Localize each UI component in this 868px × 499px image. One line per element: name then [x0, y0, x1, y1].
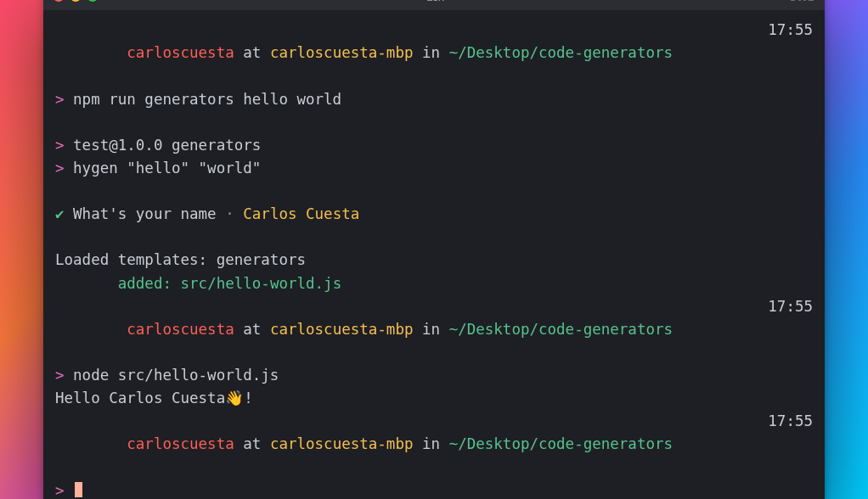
indent	[55, 275, 118, 292]
terminal-window: -zsh ⌥⌘2 carloscuesta at carloscuesta-mb…	[43, 0, 825, 499]
window-shortcut: ⌥⌘2	[783, 0, 814, 3]
added-file: src/hello-world.js	[172, 275, 341, 292]
output-line: Hello Carlos Cuesta👋!	[55, 387, 813, 410]
added-label: added:	[118, 275, 172, 292]
titlebar[interactable]: -zsh ⌥⌘2	[43, 0, 825, 10]
prompt-path: ~/Desktop/code-generators	[449, 321, 673, 338]
prompt-line: carloscuesta at carloscuesta-mbp in ~/De…	[55, 295, 813, 364]
command-line: >	[55, 479, 813, 499]
prompt-symbol: >	[55, 91, 65, 108]
hello-text: Hello Carlos Cuesta👋!	[55, 390, 253, 406]
separator: ·	[225, 205, 234, 222]
window-title: -zsh	[424, 0, 445, 3]
output-text: test@1.0.0 generators	[65, 137, 262, 154]
blank-line	[55, 226, 813, 249]
prompt-user: carloscuesta	[127, 321, 234, 338]
prompt-time: 17:55	[768, 19, 813, 42]
prompt-path: ~/Desktop/code-generators	[449, 44, 673, 61]
output-line: > test@1.0.0 generators	[55, 134, 813, 157]
command-line: > node src/hello-world.js	[55, 364, 813, 387]
command-text: node src/hello-world.js	[65, 367, 279, 384]
check-icon: ✔	[55, 205, 65, 222]
command-line: > npm run generators hello world	[55, 88, 813, 111]
question-line: ✔ What's your name · Carlos Cuesta	[55, 203, 813, 226]
added-line: added: src/hello-world.js	[55, 272, 813, 295]
prompt-host: carloscuesta-mbp	[270, 321, 414, 338]
prompt-symbol: >	[55, 160, 65, 177]
prompt-path: ~/Desktop/code-generators	[449, 435, 673, 452]
prompt-line: carloscuesta at carloscuesta-mbp in ~/De…	[55, 410, 813, 479]
prompt-in: in	[413, 44, 448, 61]
prompt-symbol: >	[55, 482, 65, 499]
prompt-symbol: >	[55, 137, 65, 154]
output-line: > hygen "hello" "world"	[55, 157, 813, 180]
minimize-icon[interactable]	[70, 0, 81, 2]
prompt-host: carloscuesta-mbp	[270, 435, 414, 452]
terminal-body[interactable]: carloscuesta at carloscuesta-mbp in ~/De…	[43, 10, 825, 499]
answer-text: Carlos Cuesta	[234, 205, 360, 222]
prompt-time: 17:55	[768, 295, 813, 318]
blank-line	[55, 111, 813, 134]
prompt-at: at	[234, 321, 270, 338]
output-line: Loaded templates: generators	[55, 249, 813, 272]
prompt-in: in	[413, 435, 448, 452]
prompt-user: carloscuesta	[127, 44, 234, 61]
question-text: What's your name	[65, 205, 226, 222]
close-icon[interactable]	[54, 0, 64, 2]
prompt-at: at	[234, 44, 270, 61]
command-text	[65, 482, 74, 499]
blank-line	[55, 180, 813, 203]
output-text: hygen "hello" "world"	[65, 160, 262, 177]
prompt-time: 17:55	[768, 410, 813, 433]
prompt-line: carloscuesta at carloscuesta-mbp in ~/De…	[55, 19, 813, 87]
prompt-at: at	[234, 435, 270, 452]
prompt-host: carloscuesta-mbp	[270, 44, 414, 61]
prompt-symbol: >	[55, 367, 65, 384]
traffic-lights	[54, 0, 98, 2]
prompt-in: in	[413, 321, 448, 338]
loaded-text: Loaded templates: generators	[55, 251, 306, 268]
command-text: npm run generators hello world	[65, 91, 342, 108]
maximize-icon[interactable]	[87, 0, 98, 2]
prompt-user: carloscuesta	[127, 435, 234, 452]
cursor-icon	[75, 482, 82, 497]
